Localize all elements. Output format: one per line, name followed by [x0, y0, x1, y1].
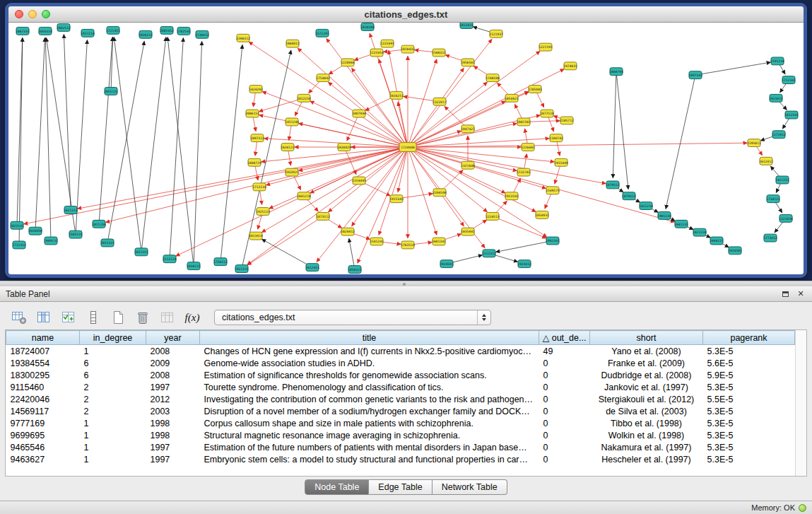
- tab-node-table[interactable]: Node Table: [305, 479, 369, 495]
- graph-node[interactable]: 1641218: [297, 192, 311, 200]
- graph-node[interactable]: 2206312: [236, 34, 250, 42]
- table-cell[interactable]: 5.3E-5: [703, 453, 795, 465]
- table-cell[interactable]: 6: [80, 357, 146, 369]
- graph-node[interactable]: 1160742: [549, 134, 563, 142]
- graph-node[interactable]: 1505131: [69, 230, 83, 238]
- graph-node[interactable]: 1956501: [461, 59, 475, 66]
- table-cell[interactable]: 2008: [146, 345, 200, 358]
- graph-node[interactable]: 1812250: [297, 94, 311, 102]
- graph-node[interactable]: 1612412: [759, 157, 773, 165]
- graph-node[interactable]: 1608719: [247, 158, 261, 166]
- table-row[interactable]: 946362711997Embryonic stem cells: a mode…: [6, 453, 795, 465]
- graph-node[interactable]: 1568321: [432, 49, 446, 57]
- table-cell[interactable]: Tibbo et al. (1998): [590, 417, 703, 429]
- show-columns-button[interactable]: [34, 308, 54, 327]
- graph-node[interactable]: 2204500: [433, 189, 447, 197]
- graph-node[interactable]: 1754842: [316, 74, 330, 82]
- table-cell[interactable]: Disruption of a novel member of a sodium…: [200, 405, 539, 417]
- graph-node[interactable]: 1897312: [250, 134, 264, 142]
- graph-node[interactable]: 1216461: [521, 144, 535, 151]
- table-cell[interactable]: 5.3E-5: [703, 441, 795, 453]
- table-cell[interactable]: Structural magnetic resonance image aver…: [200, 429, 539, 441]
- column-header[interactable]: short: [590, 331, 703, 345]
- graph-node[interactable]: 1856312: [139, 30, 153, 38]
- graph-node[interactable]: 1924501: [440, 260, 454, 268]
- graph-node[interactable]: 1724046: [399, 143, 416, 152]
- column-header[interactable]: pagerank: [703, 331, 795, 345]
- graph-node[interactable]: 1877510: [540, 110, 554, 117]
- graph-node[interactable]: 1925123: [256, 208, 270, 216]
- graph-node[interactable]: 1621312: [64, 206, 78, 214]
- graph-node[interactable]: 1591234: [770, 57, 784, 65]
- graph-node[interactable]: 1132161: [517, 168, 531, 176]
- graph-node[interactable]: 1915449: [554, 158, 568, 166]
- table-cell[interactable]: 5.3E-5: [703, 345, 795, 358]
- table-cell[interactable]: Franke et al. (2009): [590, 357, 703, 369]
- table-cell[interactable]: 14569117: [6, 405, 80, 417]
- table-cell[interactable]: Stergiakouli et al. (2012): [590, 393, 703, 405]
- graph-node[interactable]: 2055131: [104, 87, 118, 95]
- table-cell[interactable]: 1: [80, 417, 146, 429]
- table-cell[interactable]: 1997: [146, 381, 200, 393]
- graph-node[interactable]: 1923412: [769, 94, 783, 102]
- graph-node[interactable]: 1712534: [252, 183, 266, 191]
- column-header[interactable]: in_degree: [80, 331, 146, 345]
- table-cell[interactable]: 0: [539, 393, 590, 405]
- table-cell[interactable]: 2: [80, 381, 146, 393]
- table-cell[interactable]: Investigating the contribution of common…: [200, 393, 539, 405]
- table-cell[interactable]: Dudbridge et al. (2008): [590, 369, 703, 381]
- graph-node[interactable]: 1097343: [688, 71, 702, 79]
- table-cell[interactable]: 5.9E-5: [703, 369, 795, 381]
- graph-node[interactable]: 1712341: [782, 76, 796, 84]
- table-cell[interactable]: Wolkin et al. (1998): [590, 429, 703, 441]
- table-cell[interactable]: Estimation of significance thresholds fo…: [200, 369, 539, 381]
- table-cell[interactable]: 1998: [146, 417, 200, 429]
- graph-node[interactable]: 1981234: [657, 211, 671, 219]
- table-cell[interactable]: 0: [539, 381, 590, 393]
- table-cell[interactable]: 2009: [146, 357, 200, 369]
- close-button[interactable]: [15, 10, 23, 18]
- graph-node[interactable]: 1662512: [57, 23, 71, 31]
- graph-node[interactable]: 1541241: [370, 238, 384, 245]
- column-header[interactable]: name: [6, 331, 80, 345]
- table-cell[interactable]: 19384554: [6, 357, 80, 369]
- table-cell[interactable]: 1: [80, 441, 146, 453]
- graph-node[interactable]: 1634121: [281, 144, 295, 151]
- graph-node[interactable]: 1854621: [505, 94, 519, 102]
- zoom-button[interactable]: [42, 10, 50, 18]
- graph-node[interactable]: 1424202: [249, 86, 263, 93]
- table-cell[interactable]: 2008: [146, 369, 200, 381]
- table-cell[interactable]: 5.6E-5: [703, 357, 795, 369]
- table-function-button[interactable]: [59, 308, 78, 327]
- graph-node[interactable]: 1073512: [316, 212, 330, 220]
- graph-node[interactable]: 2112124: [163, 255, 177, 263]
- table-cell[interactable]: 0: [539, 441, 590, 453]
- graph-node[interactable]: 1601341: [432, 238, 446, 245]
- graph-node[interactable]: 2085412: [160, 26, 174, 34]
- graph-node[interactable]: 1879312: [622, 192, 636, 200]
- table-scroll-area[interactable]: namein_degreeyeartitle△ out_de...shortpa…: [6, 330, 795, 476]
- graph-node[interactable]: 1273412: [772, 131, 786, 139]
- table-cell[interactable]: de Silva et al. (2003): [590, 405, 703, 417]
- graph-node[interactable]: 1913541: [505, 192, 519, 200]
- graph-node[interactable]: 1773412: [763, 234, 777, 242]
- graph-node[interactable]: 1225491: [380, 40, 394, 47]
- graph-node[interactable]: 1824412: [341, 228, 355, 235]
- graph-node[interactable]: 1834121: [187, 262, 201, 270]
- graph-node[interactable]: 1054931: [535, 211, 549, 219]
- graph-node[interactable]: 1694221: [710, 237, 724, 245]
- table-cell[interactable]: Embryonic stem cells: a model to study s…: [200, 453, 539, 465]
- table-row[interactable]: 1830029562008Estimation of significance …: [6, 369, 795, 381]
- graph-node[interactable]: 1748508: [486, 74, 500, 82]
- graph-node[interactable]: 2185712: [560, 117, 574, 124]
- graph-node[interactable]: 1668794: [609, 68, 623, 76]
- graph-node[interactable]: 1830029: [337, 144, 351, 151]
- graph-node[interactable]: 1712312: [12, 241, 26, 249]
- table-cell[interactable]: 0: [539, 405, 590, 417]
- delete-table-button[interactable]: [133, 308, 153, 327]
- table-scrollbar[interactable]: [795, 330, 806, 476]
- table-cell[interactable]: 2: [80, 405, 146, 417]
- graph-node[interactable]: 1867331: [16, 27, 30, 35]
- graph-node[interactable]: 1812431: [459, 23, 473, 28]
- graph-node[interactable]: 1917214: [81, 29, 95, 37]
